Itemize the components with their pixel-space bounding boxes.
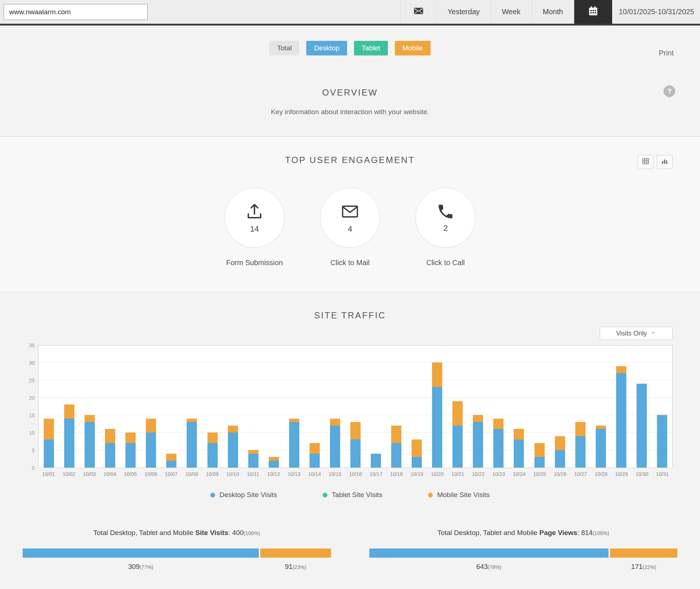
chart-plot	[38, 345, 673, 468]
desktop-bar-segment	[105, 443, 115, 468]
visits-only-dropdown[interactable]: Visits Only	[600, 327, 673, 340]
chart-legend: Desktop Site VisitsTablet Site VisitsMob…	[0, 491, 700, 499]
email-report-button[interactable]	[400, 0, 436, 24]
x-tick-label: 10/23	[489, 471, 509, 477]
desktop-bar-segment	[391, 443, 401, 468]
chart-column	[468, 346, 488, 468]
x-tick-label: 10/20	[427, 471, 447, 477]
mobile-bar-segment	[187, 419, 197, 422]
x-tick-label: 10/26	[550, 471, 570, 477]
mobile-bar-segment	[473, 415, 483, 422]
x-tick-label: 10/28	[591, 471, 611, 477]
x-tick-label: 10/08	[182, 471, 202, 477]
chart-column	[427, 346, 447, 468]
y-tick-label: 30	[29, 360, 35, 366]
chart-view-button[interactable]	[657, 155, 673, 169]
x-tick-label: 10/18	[386, 471, 407, 477]
mobile-bar-segment	[534, 443, 545, 457]
url-input[interactable]	[4, 4, 148, 20]
mail-icon	[340, 202, 360, 223]
x-tick-label: 10/07	[161, 471, 182, 477]
filter-button-total[interactable]: Total	[269, 41, 299, 55]
mobile-bar-segment	[432, 363, 442, 387]
help-icon[interactable]: ?	[664, 85, 675, 97]
mobile-bar-segment	[248, 450, 258, 454]
visits-summary-title: Total Desktop, Tablet and Mobile Site Vi…	[23, 529, 331, 537]
period-button-yesterday[interactable]: Yesterday	[436, 0, 491, 24]
print-link[interactable]: Print	[659, 49, 674, 57]
engagement-circle: 2	[416, 188, 475, 248]
legend-dot	[428, 493, 433, 497]
chart-column	[264, 346, 284, 468]
x-tick-label: 10/14	[304, 471, 325, 477]
chart-column	[591, 346, 611, 468]
pageviews-split-bar	[369, 549, 678, 558]
desktop-bar-segment	[432, 387, 442, 468]
topbar: YesterdayWeekMonth 10/01/2025-10/31/2025	[0, 0, 700, 26]
mobile-bar-segment	[125, 433, 136, 443]
table-view-button[interactable]	[638, 155, 654, 169]
visits-summary: Total Desktop, Tablet and Mobile Site Vi…	[23, 529, 331, 571]
x-tick-label: 10/17	[366, 471, 386, 477]
desktop-bar-segment	[85, 422, 95, 468]
filter-button-mobile[interactable]: Mobile	[395, 41, 431, 55]
desktop-bar-segment	[637, 384, 647, 468]
x-tick-label: 10/10	[222, 471, 243, 477]
chart-column	[488, 346, 509, 468]
chart-column	[407, 346, 427, 468]
x-tick-label: 10/05	[120, 471, 141, 477]
x-tick-label: 10/27	[570, 471, 591, 477]
engagement-label: Click to Mail	[330, 259, 370, 267]
visits-split-bar	[23, 549, 331, 558]
y-tick-label: 0	[32, 465, 35, 471]
y-axis: 05101520253035	[20, 345, 38, 468]
date-range-button[interactable]	[574, 0, 612, 24]
segment-value: 309	[128, 563, 140, 570]
period-button-week[interactable]: Week	[491, 0, 532, 24]
phone-icon	[436, 202, 455, 222]
visits-bar-segment	[23, 549, 259, 558]
engagement-circle: 4	[320, 188, 380, 248]
segment-percent: (23%)	[293, 564, 306, 570]
engagement-value: 4	[348, 224, 352, 234]
pageviews-bar-segment	[610, 549, 677, 558]
desktop-bar-segment	[473, 422, 483, 468]
x-tick-label: 10/13	[284, 471, 304, 477]
legend-item: Tablet Site Visits	[323, 491, 382, 499]
x-tick-label: 10/19	[407, 471, 427, 477]
mobile-bar-segment	[350, 422, 361, 439]
desktop-bar-segment	[350, 439, 361, 468]
segment-label: 171(22%)	[610, 563, 677, 571]
x-tick-label: 10/01	[38, 471, 59, 477]
chart-column	[120, 346, 141, 468]
legend-item: Desktop Site Visits	[210, 491, 277, 499]
envelope-icon	[413, 5, 424, 18]
x-tick-label: 10/31	[652, 471, 673, 477]
x-tick-label: 10/16	[345, 471, 366, 477]
site-traffic-section: SITE TRAFFIC Visits Only 05101520253035 …	[0, 292, 700, 571]
pageviews-bar-segment	[369, 549, 608, 558]
mobile-bar-segment	[596, 426, 606, 429]
period-button-month[interactable]: Month	[532, 0, 574, 24]
x-tick-label: 10/30	[632, 471, 652, 477]
segment-label: 309(77%)	[23, 563, 259, 571]
x-tick-label: 10/29	[611, 471, 632, 477]
x-tick-label: 10/09	[202, 471, 222, 477]
chart-column	[161, 346, 182, 468]
desktop-bar-segment	[166, 461, 176, 468]
x-tick-label: 10/15	[325, 471, 345, 477]
mobile-bar-segment	[44, 419, 54, 440]
segment-value: 171	[631, 563, 643, 570]
y-tick-label: 10	[29, 430, 35, 436]
bar-chart-icon	[660, 157, 669, 167]
table-icon	[641, 157, 650, 167]
filter-button-tablet[interactable]: Tablet	[354, 41, 388, 55]
filter-button-desktop[interactable]: Desktop	[306, 41, 347, 55]
desktop-bar-segment	[310, 454, 320, 468]
desktop-bar-segment	[452, 426, 463, 468]
chart-column	[345, 346, 366, 468]
mobile-bar-segment	[575, 422, 586, 436]
x-tick-label: 10/11	[243, 471, 263, 477]
mobile-bar-segment	[166, 454, 176, 461]
mobile-bar-segment	[310, 443, 320, 454]
